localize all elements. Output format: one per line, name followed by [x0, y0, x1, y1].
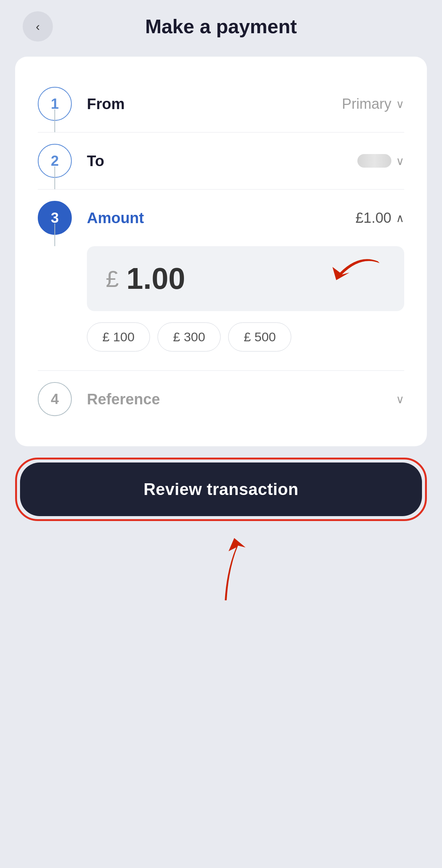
- amount-input-box[interactable]: £ 1.00: [87, 246, 404, 311]
- step-3-chevron-icon: ∧: [396, 211, 404, 225]
- step-3-value: £1.00: [355, 210, 391, 226]
- step-to-row[interactable]: 2 To ∨: [38, 133, 404, 190]
- step-4-value-group: ∨: [396, 393, 404, 406]
- step-3-content: Amount £1.00 ∧: [87, 210, 404, 227]
- step-2-label: To: [87, 153, 104, 170]
- header: ‹ Make a payment: [0, 0, 442, 49]
- payment-card: 1 From Primary ∨ 2 To ∨ 3: [15, 57, 427, 446]
- step-4-circle: 4: [38, 382, 72, 416]
- step-3-connector: [54, 224, 55, 246]
- amount-arrow-annotation: [314, 250, 382, 291]
- step-1-chevron-icon: ∨: [396, 97, 404, 111]
- back-icon: ‹: [36, 20, 40, 34]
- step-1-value: Primary: [342, 96, 391, 112]
- bottom-section: Review transaction: [15, 446, 427, 623]
- amount-display-value: 1.00: [126, 261, 185, 296]
- page-title: Make a payment: [145, 15, 297, 38]
- step-4-chevron-icon: ∨: [396, 393, 404, 406]
- step-2-connector: [54, 167, 55, 189]
- back-button[interactable]: ‹: [23, 11, 53, 42]
- review-button-wrapper: Review transaction: [15, 458, 427, 521]
- bottom-arrow-annotation: [191, 532, 251, 608]
- step-amount-row[interactable]: 3 Amount £1.00 ∧ £ 1.00 £: [38, 190, 404, 371]
- amount-section: £ 1.00 £ 100 £ 300 £ 500: [38, 235, 404, 359]
- step-2-blurred-value: [357, 154, 391, 168]
- step-3-label: Amount: [87, 210, 144, 227]
- currency-symbol: £: [106, 265, 119, 292]
- step-2-chevron-icon: ∨: [396, 154, 404, 168]
- step-3-value-group: £1.00 ∧: [355, 210, 404, 226]
- step-4-label: Reference: [87, 391, 160, 408]
- step-1-connector: [54, 109, 55, 132]
- step-1-content: From Primary ∨: [87, 96, 404, 113]
- step-1-label: From: [87, 96, 125, 113]
- step-1-value-group: Primary ∨: [342, 96, 404, 112]
- step-reference-row[interactable]: 4 Reference ∨: [38, 371, 404, 427]
- quick-amount-300[interactable]: £ 300: [158, 322, 221, 352]
- review-transaction-button[interactable]: Review transaction: [20, 463, 422, 516]
- arrow-up-container: [15, 532, 427, 608]
- quick-amount-500[interactable]: £ 500: [228, 322, 291, 352]
- quick-amount-100[interactable]: £ 100: [87, 322, 150, 352]
- step-2-value-group: ∨: [357, 154, 404, 168]
- step-from-row[interactable]: 1 From Primary ∨: [38, 76, 404, 133]
- step-4-content: Reference ∨: [87, 391, 404, 408]
- step-2-content: To ∨: [87, 153, 404, 170]
- quick-amounts-group: £ 100 £ 300 £ 500: [87, 322, 404, 352]
